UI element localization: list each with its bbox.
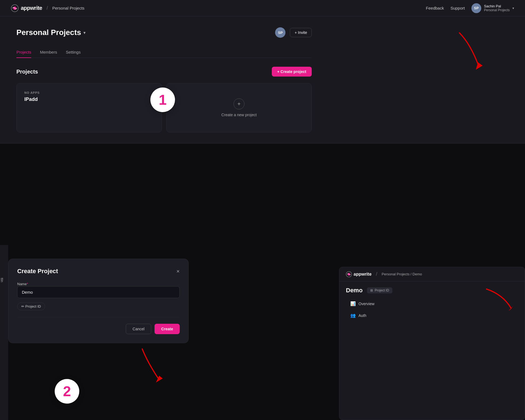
new-project-card[interactable]: + Create a new project — [166, 83, 312, 132]
page-header: Personal Projects ▾ SP + Invite — [16, 27, 312, 38]
chevron-down-icon: ▾ — [512, 6, 514, 10]
dialog-close-button[interactable]: × — [176, 268, 180, 275]
preview-content: Demo ⊞ Project ID 📊 Overview 👥 Auth — [339, 281, 525, 327]
dialog-header: Create Project × — [17, 268, 180, 275]
appwrite-logo-icon — [11, 4, 19, 12]
breadcrumb-personal-projects[interactable]: Personal Projects — [52, 6, 84, 10]
projects-header: Projects + Create project — [16, 67, 312, 77]
preview-project-header: Demo ⊞ Project ID — [346, 287, 518, 294]
preview-nav-overview[interactable]: 📊 Overview — [346, 298, 518, 309]
project-id-copy-icon: ⊞ — [370, 288, 373, 292]
preview-logo-text: appwrite — [354, 272, 372, 277]
support-link[interactable]: Support — [450, 6, 465, 10]
create-project-dialog: Create Project × Name* ✏ Project ID Canc… — [8, 259, 189, 343]
preview-separator: / — [376, 271, 377, 277]
tab-members[interactable]: Members — [40, 46, 57, 58]
step-1-circle: 1 — [150, 88, 175, 112]
preview-logo-icon — [346, 271, 352, 277]
project-id-badge[interactable]: ⊞ Project ID — [367, 287, 392, 293]
sp-avatar: SP — [275, 27, 285, 38]
name-field-label: Name* — [17, 282, 28, 286]
project-name: IPadd — [24, 97, 154, 102]
project-name-input[interactable] — [17, 286, 180, 298]
user-name: Sachin Pal — [484, 4, 510, 8]
header-actions: SP + Invite — [275, 27, 312, 38]
bottom-row: ttin Create Project × Name* ✏ Project ID… — [0, 245, 525, 420]
navbar-left: appwrite / Personal Projects — [11, 4, 84, 12]
project-id-button[interactable]: ✏ Project ID — [17, 302, 45, 310]
content-area: Personal Projects ▾ SP + Invite Projects… — [0, 16, 328, 143]
preview-navbar: appwrite / Personal Projects / Demo — [339, 267, 525, 281]
preview-breadcrumb: Personal Projects / Demo — [382, 272, 422, 276]
page-title-container: Personal Projects ▾ — [16, 28, 86, 37]
new-project-label: Create a new project — [221, 113, 256, 117]
breadcrumb-separator: / — [46, 5, 48, 11]
dialog-title: Create Project — [17, 268, 58, 275]
dialog-actions: Cancel Create — [17, 324, 180, 334]
appwrite-logo[interactable]: appwrite — [11, 4, 42, 12]
new-project-plus-icon: + — [234, 98, 244, 109]
project-apps-label: NO APPS — [24, 91, 154, 94]
dialog-divider — [17, 317, 180, 317]
create-button[interactable]: Create — [154, 324, 180, 334]
arrow-2b-svg — [120, 343, 175, 387]
tab-settings[interactable]: Settings — [66, 46, 81, 58]
step-2-circle: 2 — [55, 379, 79, 404]
sidebar-partial: ttin — [0, 245, 8, 420]
user-menu[interactable]: SP Sachin Pal Personal Projects ▾ — [471, 3, 514, 13]
page-title: Personal Projects — [16, 28, 81, 37]
auth-icon: 👥 — [350, 313, 356, 318]
create-project-button[interactable]: + Create project — [272, 67, 312, 77]
tab-projects[interactable]: Projects — [16, 46, 31, 58]
required-star: * — [27, 282, 28, 286]
tabs: Projects Members Settings — [16, 46, 312, 58]
logo-text: appwrite — [21, 5, 42, 11]
preview-logo: appwrite — [346, 271, 372, 277]
navbar-right: Feedback Support SP Sachin Pal Personal … — [426, 3, 514, 13]
user-org: Personal Projects — [484, 8, 510, 12]
user-avatar-nav: SP — [471, 3, 481, 13]
preview-section: appwrite / Personal Projects / Demo Demo… — [339, 267, 525, 420]
page-title-chevron-icon[interactable]: ▾ — [83, 30, 86, 35]
cancel-button[interactable]: Cancel — [126, 324, 151, 334]
navbar: appwrite / Personal Projects Feedback Su… — [0, 0, 525, 16]
svg-marker-4 — [156, 376, 163, 383]
overview-icon: 📊 — [350, 301, 356, 306]
projects-section-title: Projects — [16, 69, 38, 75]
preview-project-title: Demo — [346, 287, 363, 294]
project-card-ipadd[interactable]: NO APPS IPadd — [16, 83, 162, 132]
dialog-section: ttin Create Project × Name* ✏ Project ID… — [0, 245, 197, 420]
sidebar-partial-text: ttin — [0, 245, 4, 282]
user-info-nav: Sachin Pal Personal Projects — [484, 4, 510, 12]
invite-button[interactable]: + Invite — [290, 28, 312, 37]
feedback-link[interactable]: Feedback — [426, 6, 444, 10]
preview-nav-auth[interactable]: 👥 Auth — [346, 310, 518, 321]
